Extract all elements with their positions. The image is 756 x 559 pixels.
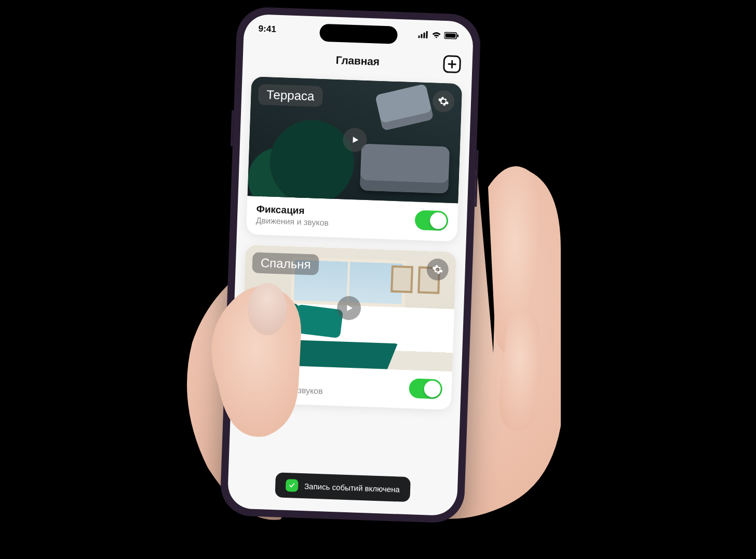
svg-rect-3 — [426, 31, 427, 38]
svg-rect-5 — [445, 33, 455, 38]
gear-icon — [438, 96, 450, 108]
fixation-subtitle: Движения и звуков — [256, 216, 329, 228]
battery-icon — [444, 32, 458, 39]
screen: 9:41 Главная — [227, 14, 474, 516]
camera-name-label: Терраса — [258, 84, 323, 107]
phone: 9:41 Главная — [220, 6, 481, 524]
camera-name-label: Спальня — [252, 252, 319, 275]
svg-rect-1 — [421, 34, 422, 38]
stage: 9:41 Главная — [0, 0, 756, 559]
camera-card-bedroom[interactable]: Спальня Фиксация Движения и звуко — [240, 245, 456, 410]
recording-toast[interactable]: Запись событий включена — [275, 472, 410, 502]
camera-card-terrace[interactable]: Терраса Фиксация Движения и звуко — [246, 76, 462, 242]
camera-preview[interactable]: Спальня — [241, 245, 456, 371]
fixation-toggle[interactable] — [414, 210, 448, 231]
fixation-toggle[interactable] — [409, 378, 442, 399]
fixation-title: Фиксация — [250, 371, 323, 385]
fixation-subtitle: Движения и звуков — [250, 384, 323, 396]
plus-icon — [448, 60, 456, 69]
svg-rect-2 — [423, 33, 425, 38]
gear-icon — [431, 263, 443, 275]
check-icon — [286, 479, 299, 492]
play-icon — [344, 303, 354, 313]
fixation-title: Фиксация — [256, 204, 329, 218]
page-title: Главная — [335, 54, 380, 68]
wifi-icon — [431, 31, 441, 39]
toast-text: Запись событий включена — [304, 482, 400, 494]
card-controls: Фиксация Движения и звуков — [246, 196, 458, 242]
camera-settings-button[interactable] — [426, 258, 449, 281]
svg-rect-6 — [457, 34, 458, 37]
add-button[interactable] — [443, 55, 461, 73]
play-icon — [350, 135, 360, 145]
dynamic-island — [319, 24, 398, 44]
cellular-icon — [418, 31, 428, 38]
svg-rect-0 — [418, 35, 420, 38]
camera-settings-button[interactable] — [432, 90, 454, 112]
camera-preview[interactable]: Терраса — [248, 76, 463, 203]
camera-list[interactable]: Терраса Фиксация Движения и звуко — [227, 71, 472, 516]
status-time: 9:41 — [258, 24, 276, 35]
card-controls: Фиксация Движения и звуков — [240, 364, 452, 410]
